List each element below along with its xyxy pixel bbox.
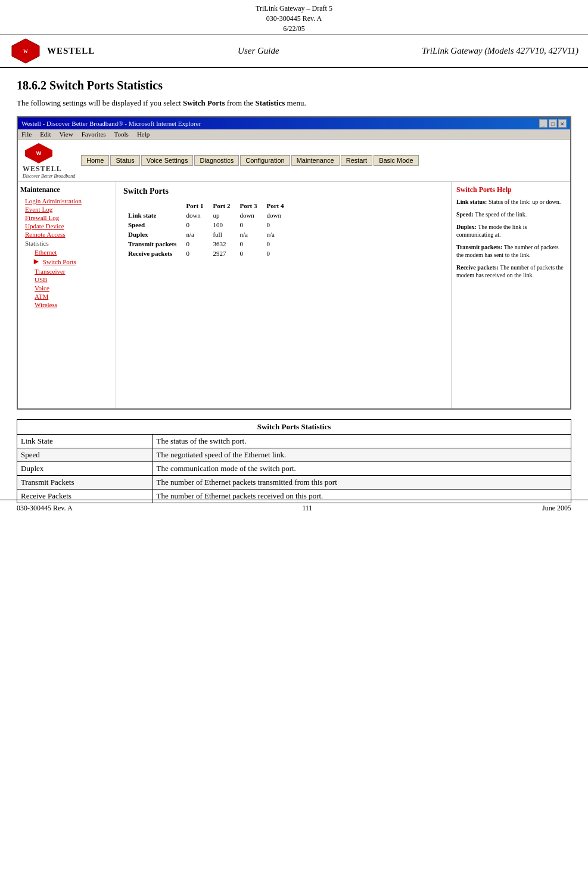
sidebar-category-statistics: Statistics (20, 238, 113, 248)
main-panel: Switch Ports Port 1 Port 2 Port 3 Port 4 (116, 182, 451, 408)
intro-text: The following settings will be displayed… (17, 98, 571, 108)
svg-text:W: W (23, 49, 28, 54)
doc-subheader: W WESTELL User Guide TriLink Gateway (Mo… (0, 35, 588, 68)
sidebar-item-switch-ports-row[interactable]: ► Switch Ports (30, 256, 113, 267)
svg-text:W: W (36, 150, 42, 156)
stat-duplex-def: The communication mode of the switch por… (153, 462, 571, 476)
speed-p1: 0 (181, 220, 208, 230)
speed-p3: 0 (235, 220, 262, 230)
browser-menubar: File Edit View Favorites Tools Help (18, 129, 570, 140)
table-row: Link State The status of the switch port… (17, 435, 571, 448)
menu-file[interactable]: File (21, 131, 32, 138)
footer-center: 111 (302, 504, 312, 513)
doc-title-line1: TriLink Gateway – Draft 5 (0, 4, 588, 14)
transmit-p1: 0 (181, 239, 208, 249)
sidebar-item-usb[interactable]: USB (30, 275, 113, 284)
nav-voice-settings[interactable]: Voice Settings (141, 155, 194, 166)
stat-transmit-def: The number of Ethernet packets transmitt… (153, 476, 571, 490)
nav-configuration[interactable]: Configuration (240, 155, 290, 166)
minimize-button[interactable]: _ (539, 119, 547, 128)
footer-right: June 2005 (542, 504, 571, 513)
brand-text: WESTELL (47, 46, 95, 56)
westell-logo-icon: W (10, 38, 42, 64)
close-button[interactable]: ✕ (558, 119, 567, 128)
link-state-p1: down (181, 210, 208, 220)
nav-home[interactable]: Home (81, 155, 109, 166)
doc-footer: 030-300445 Rev. A 111 June 2005 (0, 500, 588, 516)
sidebar-item-atm[interactable]: ATM (30, 292, 113, 301)
router-brand: WESTELL (23, 165, 62, 174)
table-row: Transmit Packets The number of Ethernet … (17, 476, 571, 490)
row-transmit-label: Transmit packets (123, 239, 181, 249)
link-state-p2: up (208, 210, 235, 220)
sidebar-item-ethernet[interactable]: Ethernet (30, 248, 113, 256)
doc-title-line2: 030-300445 Rev. A (0, 14, 588, 24)
menu-help[interactable]: Help (137, 131, 150, 138)
sidebar-item-event-log[interactable]: Event Log (20, 205, 113, 213)
stat-speed-def: The negotiated speed of the Ethernet lin… (153, 448, 571, 462)
sidebar-item-remote-access[interactable]: Remote Access (20, 230, 113, 238)
main-content: 18.6.2 Switch Ports Statistics The follo… (0, 68, 588, 503)
browser-body: W WESTELL Discover Better Broadband Home… (18, 140, 570, 408)
receive-p2: 2927 (208, 249, 235, 258)
table-row: Receive packets 0 2927 0 0 (123, 249, 288, 258)
help-panel: Switch Ports Help Link status: Status of… (451, 182, 570, 408)
menu-tools[interactable]: Tools (114, 131, 129, 138)
row-link-state-label: Link state (123, 210, 181, 220)
sidebar-item-switch-ports[interactable]: Switch Ports (43, 258, 81, 266)
speed-p2: 100 (208, 220, 235, 230)
sidebar-item-login-administration[interactable]: Login Administration (20, 197, 113, 205)
row-receive-label: Receive packets (123, 249, 181, 258)
link-state-p3: down (235, 210, 262, 220)
router-logo: W WESTELL Discover Better Broadband (23, 142, 75, 179)
help-transmit-packets: Transmit packets: The number of packets … (456, 243, 565, 259)
sidebar-item-wireless[interactable]: Wireless (30, 301, 113, 309)
nav-diagnostics[interactable]: Diagnostics (194, 155, 239, 166)
router-header: W WESTELL Discover Better Broadband Home… (18, 140, 570, 182)
receive-p4: 0 (262, 249, 288, 258)
help-speed: Speed: The speed of the link. (456, 210, 565, 218)
router-logo-icon: W (23, 142, 55, 165)
duplex-p3: n/a (235, 230, 262, 239)
sidebar-item-transceiver[interactable]: Transceiver (30, 267, 113, 275)
browser-window: Westell - Discover Better Broadband® - M… (17, 116, 571, 410)
col-port4: Port 4 (262, 201, 288, 210)
doc-title-line3: 6/22/05 (0, 24, 588, 34)
browser-titlebar-buttons[interactable]: _ □ ✕ (539, 119, 567, 128)
sidebar-item-firewall-log[interactable]: Firewall Log (20, 213, 113, 222)
table-row: Link state down up down down (123, 210, 288, 220)
menu-view[interactable]: View (59, 131, 73, 138)
browser-titlebar: Westell - Discover Better Broadband® - M… (18, 117, 570, 129)
help-panel-title: Switch Ports Help (456, 185, 565, 194)
nav-status[interactable]: Status (110, 155, 139, 166)
maximize-button[interactable]: □ (549, 119, 557, 128)
link-state-p4: down (262, 210, 288, 220)
sidebar-item-voice[interactable]: Voice (30, 284, 113, 292)
help-link-status: Link status: Status of the link: up or d… (456, 198, 565, 206)
footer-left: 030-300445 Rev. A (17, 504, 73, 513)
sidebar-item-update-device[interactable]: Update Device (20, 222, 113, 230)
transmit-p4: 0 (262, 239, 288, 249)
table-row: Speed The negotiated speed of the Ethern… (17, 448, 571, 462)
help-receive-packets: Receive packets: The number of packets t… (456, 264, 565, 279)
speed-p4: 0 (262, 220, 288, 230)
sidebar-stats-links: Ethernet ► Switch Ports Transceiver USB … (20, 248, 113, 309)
menu-edit[interactable]: Edit (40, 131, 51, 138)
transmit-p3: 0 (235, 239, 262, 249)
transmit-p2: 3632 (208, 239, 235, 249)
col-port3: Port 3 (235, 201, 262, 210)
browser-title: Westell - Discover Better Broadband® - M… (21, 120, 201, 127)
stat-duplex-term: Duplex (17, 462, 153, 476)
doc-left-label: User Guide (238, 46, 279, 56)
duplex-p1: n/a (181, 230, 208, 239)
nav-basic-mode[interactable]: Basic Mode (374, 155, 418, 166)
row-duplex-label: Duplex (123, 230, 181, 239)
receive-p1: 0 (181, 249, 208, 258)
section-title: 18.6.2 Switch Ports Statistics (17, 79, 571, 92)
menu-favorites[interactable]: Favorites (82, 131, 106, 138)
table-row: Duplex n/a full n/a n/a (123, 230, 288, 239)
nav-maintenance[interactable]: Maintenance (291, 155, 340, 166)
help-duplex: Duplex: The mode the link is communicati… (456, 223, 565, 238)
router-tagline: Discover Better Broadband (23, 174, 75, 179)
nav-restart[interactable]: Restart (341, 155, 372, 166)
